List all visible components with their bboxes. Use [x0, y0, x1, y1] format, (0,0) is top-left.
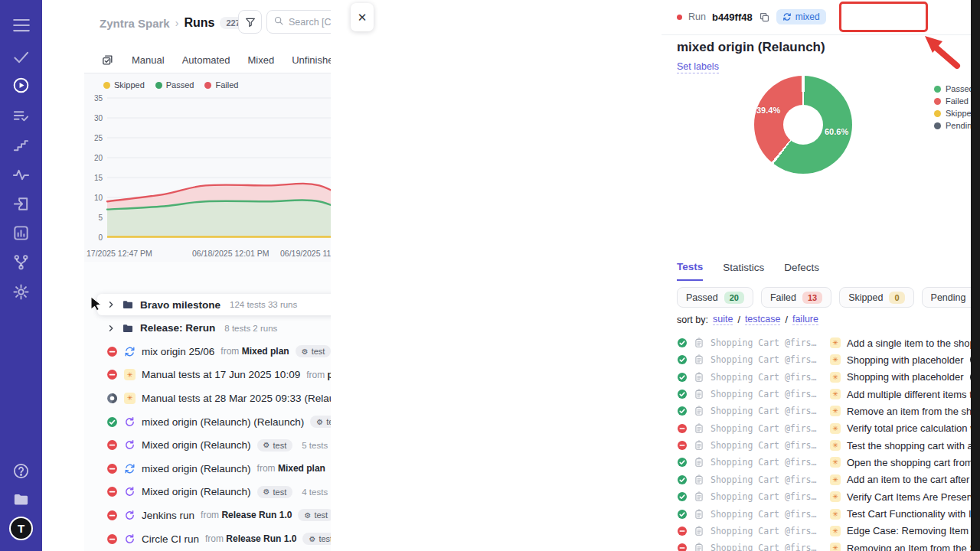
sidebar-item-check[interactable] — [0, 48, 42, 66]
test-row[interactable]: Shopping Cart @firs…✳Test Cart Functiona… — [677, 506, 980, 523]
copy-icon[interactable] — [759, 11, 770, 23]
test-title[interactable]: Add multiple different items to the shop… — [847, 389, 980, 400]
runs-tab-manual[interactable]: Manual — [132, 54, 165, 66]
select-runs-icon[interactable] — [101, 54, 114, 67]
test-status-icon — [677, 526, 688, 536]
chevron-right-icon — [106, 300, 116, 309]
chart-box-icon — [12, 224, 30, 242]
sidebar-item-play-circle[interactable] — [0, 77, 42, 94]
clipboard-icon — [694, 457, 704, 468]
test-title[interactable]: Edge Case: Removing Item with Same Quant… — [847, 525, 980, 536]
test-title[interactable]: Add a single item to the shopping cart — [847, 337, 980, 349]
sort-link-suite[interactable]: suite — [713, 314, 733, 325]
run-row[interactable]: Bravo milestone124 tests 33 runs — [106, 295, 297, 315]
tab-tests[interactable]: Tests — [677, 261, 703, 281]
sidebar-item-branch[interactable] — [0, 253, 42, 271]
run-name[interactable]: Manual tests at 28 Mar 2025 09:33 (Relau… — [142, 393, 354, 404]
run-status-dot — [677, 15, 682, 20]
test-suite: Shopping Cart @firs… — [710, 474, 824, 485]
test-status-icon — [677, 423, 688, 434]
filter-chip-failed[interactable]: Failed13 — [761, 287, 831, 308]
legend-dot — [155, 82, 162, 89]
panel-close-button[interactable]: ✕ — [351, 3, 374, 31]
chevron-right-icon[interactable] — [106, 324, 116, 333]
test-title[interactable]: Test Cart Functionality with Items Havin… — [847, 508, 980, 520]
test-title[interactable]: Verify total price calculation with deci… — [847, 422, 980, 434]
test-title[interactable]: Shopping with placeholder — [847, 354, 964, 366]
run-group-name[interactable]: Release: Rerun — [140, 322, 215, 334]
run-row[interactable]: Mixed origin (Relaunch)⚙test5 tests — [106, 435, 328, 455]
run-name[interactable]: Manual tests at 17 Jun 2025 10:09 — [142, 369, 300, 380]
sidebar-item-steps[interactable] — [0, 136, 42, 154]
test-row[interactable]: Shopping Cart @firs…✳Shopping with place… — [677, 369, 980, 386]
sidebar-item-sign-in[interactable] — [0, 195, 42, 213]
run-name[interactable]: mix origin 25/06 — [142, 346, 214, 357]
sort-link-testcase[interactable]: testcase — [745, 314, 781, 325]
test-title[interactable]: Removing an Item from the Shopping Cart — [847, 543, 980, 551]
list-check-icon — [12, 107, 30, 125]
runs-tab-mixed[interactable]: Mixed — [248, 54, 275, 66]
run-status-icon — [106, 486, 118, 497]
test-title[interactable]: Shopping with placeholder — [847, 371, 964, 383]
tab-statistics[interactable]: Statistics — [723, 262, 764, 280]
check-circle-icon — [677, 354, 688, 365]
test-row[interactable]: Shopping Cart @firs…✳Edge Case: Removing… — [677, 523, 980, 540]
sidebar-item-gear[interactable] — [0, 283, 42, 301]
user-avatar[interactable]: T — [0, 517, 42, 540]
test-row[interactable]: Shopping Cart @firs…✳Remove an item from… — [677, 403, 980, 419]
run-row[interactable]: mixed origin (Relaunch) (Relaunch)⚙test — [106, 412, 346, 432]
tab-defects[interactable]: Defects — [784, 262, 819, 280]
sort-by-row: sort by:suite/testcase/failure — [677, 314, 818, 325]
test-title[interactable]: Remove an item from the shopping cart — [847, 406, 980, 417]
test-row[interactable]: Shopping Cart @firs…✳Verify Cart Items A… — [677, 488, 980, 505]
run-name[interactable]: Mixed origin (Relaunch) — [142, 439, 251, 451]
sidebar-item-pulse[interactable] — [0, 166, 42, 184]
test-title[interactable]: Verify Cart Items Are Preserved After Br… — [847, 491, 980, 503]
test-title[interactable]: Open the shopping cart from a product li… — [847, 457, 980, 468]
run-row[interactable]: Mixed origin (Relaunch)⚙test4 tests — [106, 482, 328, 502]
run-group-name[interactable]: Bravo milestone — [140, 299, 220, 311]
sidebar-item-help[interactable] — [0, 462, 42, 480]
sidebar-item-list-check[interactable] — [0, 107, 42, 125]
runs-tab-automated[interactable]: Automated — [182, 54, 230, 66]
test-row[interactable]: Shopping Cart @firs…✳Test the shopping c… — [677, 437, 980, 454]
search-icon — [273, 15, 284, 26]
run-type-icon — [124, 533, 136, 545]
run-name[interactable]: Jenkins run — [142, 510, 194, 521]
test-suite: Shopping Cart @firs… — [710, 406, 824, 416]
test-row[interactable]: Shopping Cart @firs…✳Add an item to the … — [677, 471, 980, 488]
test-row[interactable]: Shopping Cart @firs…✳Verify total price … — [677, 420, 980, 437]
run-status-icon — [106, 510, 118, 521]
test-title[interactable]: Test the shopping cart with an item havi… — [847, 440, 980, 452]
chevron-right-icon[interactable] — [106, 300, 116, 309]
sidebar-item-folder-tray[interactable] — [0, 491, 42, 508]
testcase-icon — [694, 526, 704, 536]
test-row[interactable]: Shopping Cart @firs…✳Open the shopping c… — [677, 454, 980, 471]
flaky-icon: ✳ — [830, 337, 841, 348]
test-title[interactable]: Add an item to the cart after removing a… — [847, 474, 980, 485]
run-name[interactable]: mixed origin (Relaunch) — [142, 463, 251, 474]
set-labels-link[interactable]: Set labels — [677, 61, 719, 73]
sort-link-failure[interactable]: failure — [792, 314, 818, 325]
test-status-icon — [677, 406, 688, 416]
test-row[interactable]: Shopping Cart @firs…✳Shopping with place… — [677, 351, 980, 368]
run-name[interactable]: mixed origin (Relaunch) (Relaunch) — [142, 416, 304, 428]
filter-chip-skipped[interactable]: Skipped0 — [839, 287, 913, 308]
test-row[interactable]: Shopping Cart @firs…✳Add multiple differ… — [677, 386, 980, 403]
folder-tray-icon — [12, 491, 30, 508]
run-row[interactable]: Release: Rerun8 tests 2 runs — [106, 318, 277, 338]
sort-by-label: sort by: — [677, 315, 708, 325]
svg-text:25: 25 — [94, 134, 103, 142]
filter-button[interactable] — [238, 10, 262, 34]
filter-chip-passed[interactable]: Passed20 — [677, 287, 753, 308]
test-row[interactable]: Shopping Cart @firs…✳Removing an Item fr… — [677, 540, 980, 551]
breadcrumb-app[interactable]: Zyntra Spark — [100, 17, 170, 30]
testcase-icon — [694, 389, 704, 399]
test-row[interactable]: Shopping Cart @firs…✳Add a single item t… — [677, 334, 980, 351]
run-name[interactable]: Mixed origin (Relaunch) — [142, 486, 251, 497]
run-label: Run — [688, 11, 706, 22]
testcase-icon — [694, 457, 704, 468]
run-name[interactable]: Circle CI run — [142, 533, 199, 545]
sidebar-item-menu[interactable] — [0, 15, 42, 35]
sidebar-item-chart-box[interactable] — [0, 224, 42, 242]
